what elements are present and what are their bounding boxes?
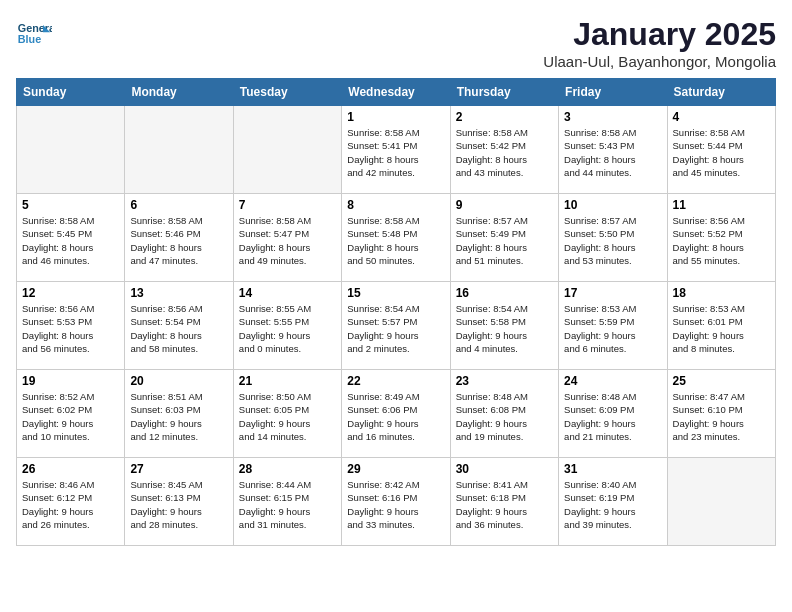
day-detail: Sunrise: 8:54 AM Sunset: 5:57 PM Dayligh…: [347, 302, 444, 355]
day-detail: Sunrise: 8:45 AM Sunset: 6:13 PM Dayligh…: [130, 478, 227, 531]
day-detail: Sunrise: 8:40 AM Sunset: 6:19 PM Dayligh…: [564, 478, 661, 531]
day-detail: Sunrise: 8:56 AM Sunset: 5:52 PM Dayligh…: [673, 214, 770, 267]
day-detail: Sunrise: 8:49 AM Sunset: 6:06 PM Dayligh…: [347, 390, 444, 443]
day-detail: Sunrise: 8:47 AM Sunset: 6:10 PM Dayligh…: [673, 390, 770, 443]
day-number: 30: [456, 462, 553, 476]
calendar-cell: 17Sunrise: 8:53 AM Sunset: 5:59 PM Dayli…: [559, 282, 667, 370]
day-header-thursday: Thursday: [450, 79, 558, 106]
day-number: 14: [239, 286, 336, 300]
day-number: 29: [347, 462, 444, 476]
calendar-cell: 23Sunrise: 8:48 AM Sunset: 6:08 PM Dayli…: [450, 370, 558, 458]
day-number: 6: [130, 198, 227, 212]
calendar-cell: 18Sunrise: 8:53 AM Sunset: 6:01 PM Dayli…: [667, 282, 775, 370]
calendar-cell: 19Sunrise: 8:52 AM Sunset: 6:02 PM Dayli…: [17, 370, 125, 458]
week-row-1: 1Sunrise: 8:58 AM Sunset: 5:41 PM Daylig…: [17, 106, 776, 194]
day-number: 9: [456, 198, 553, 212]
day-number: 22: [347, 374, 444, 388]
day-number: 12: [22, 286, 119, 300]
day-number: 2: [456, 110, 553, 124]
day-detail: Sunrise: 8:56 AM Sunset: 5:53 PM Dayligh…: [22, 302, 119, 355]
calendar-cell: 29Sunrise: 8:42 AM Sunset: 6:16 PM Dayli…: [342, 458, 450, 546]
calendar-title: January 2025: [543, 16, 776, 53]
day-number: 13: [130, 286, 227, 300]
calendar-subtitle: Ulaan-Uul, Bayanhongor, Mongolia: [543, 53, 776, 70]
day-detail: Sunrise: 8:58 AM Sunset: 5:42 PM Dayligh…: [456, 126, 553, 179]
day-detail: Sunrise: 8:57 AM Sunset: 5:49 PM Dayligh…: [456, 214, 553, 267]
day-number: 3: [564, 110, 661, 124]
week-row-2: 5Sunrise: 8:58 AM Sunset: 5:45 PM Daylig…: [17, 194, 776, 282]
calendar-cell: 5Sunrise: 8:58 AM Sunset: 5:45 PM Daylig…: [17, 194, 125, 282]
day-detail: Sunrise: 8:48 AM Sunset: 6:09 PM Dayligh…: [564, 390, 661, 443]
day-number: 10: [564, 198, 661, 212]
day-number: 7: [239, 198, 336, 212]
calendar-cell: 25Sunrise: 8:47 AM Sunset: 6:10 PM Dayli…: [667, 370, 775, 458]
day-number: 17: [564, 286, 661, 300]
calendar-cell: 30Sunrise: 8:41 AM Sunset: 6:18 PM Dayli…: [450, 458, 558, 546]
calendar-cell: 14Sunrise: 8:55 AM Sunset: 5:55 PM Dayli…: [233, 282, 341, 370]
day-detail: Sunrise: 8:53 AM Sunset: 6:01 PM Dayligh…: [673, 302, 770, 355]
calendar-cell: 8Sunrise: 8:58 AM Sunset: 5:48 PM Daylig…: [342, 194, 450, 282]
calendar-cell: 26Sunrise: 8:46 AM Sunset: 6:12 PM Dayli…: [17, 458, 125, 546]
day-detail: Sunrise: 8:51 AM Sunset: 6:03 PM Dayligh…: [130, 390, 227, 443]
page-header: General Blue January 2025 Ulaan-Uul, Bay…: [16, 16, 776, 70]
calendar-cell: 10Sunrise: 8:57 AM Sunset: 5:50 PM Dayli…: [559, 194, 667, 282]
calendar-cell: 27Sunrise: 8:45 AM Sunset: 6:13 PM Dayli…: [125, 458, 233, 546]
day-detail: Sunrise: 8:58 AM Sunset: 5:43 PM Dayligh…: [564, 126, 661, 179]
day-number: 24: [564, 374, 661, 388]
day-header-sunday: Sunday: [17, 79, 125, 106]
week-row-4: 19Sunrise: 8:52 AM Sunset: 6:02 PM Dayli…: [17, 370, 776, 458]
week-row-5: 26Sunrise: 8:46 AM Sunset: 6:12 PM Dayli…: [17, 458, 776, 546]
calendar-cell: 12Sunrise: 8:56 AM Sunset: 5:53 PM Dayli…: [17, 282, 125, 370]
day-header-saturday: Saturday: [667, 79, 775, 106]
day-header-wednesday: Wednesday: [342, 79, 450, 106]
calendar-cell: 28Sunrise: 8:44 AM Sunset: 6:15 PM Dayli…: [233, 458, 341, 546]
day-detail: Sunrise: 8:58 AM Sunset: 5:44 PM Dayligh…: [673, 126, 770, 179]
day-number: 8: [347, 198, 444, 212]
day-detail: Sunrise: 8:48 AM Sunset: 6:08 PM Dayligh…: [456, 390, 553, 443]
logo: General Blue: [16, 16, 52, 52]
calendar-cell: 31Sunrise: 8:40 AM Sunset: 6:19 PM Dayli…: [559, 458, 667, 546]
calendar-cell: 7Sunrise: 8:58 AM Sunset: 5:47 PM Daylig…: [233, 194, 341, 282]
day-detail: Sunrise: 8:58 AM Sunset: 5:48 PM Dayligh…: [347, 214, 444, 267]
day-number: 19: [22, 374, 119, 388]
day-number: 31: [564, 462, 661, 476]
day-detail: Sunrise: 8:54 AM Sunset: 5:58 PM Dayligh…: [456, 302, 553, 355]
calendar-cell: 16Sunrise: 8:54 AM Sunset: 5:58 PM Dayli…: [450, 282, 558, 370]
day-header-tuesday: Tuesday: [233, 79, 341, 106]
day-number: 15: [347, 286, 444, 300]
day-number: 26: [22, 462, 119, 476]
calendar-cell: 11Sunrise: 8:56 AM Sunset: 5:52 PM Dayli…: [667, 194, 775, 282]
day-number: 4: [673, 110, 770, 124]
day-detail: Sunrise: 8:57 AM Sunset: 5:50 PM Dayligh…: [564, 214, 661, 267]
day-number: 27: [130, 462, 227, 476]
calendar-cell: [233, 106, 341, 194]
calendar-cell: 4Sunrise: 8:58 AM Sunset: 5:44 PM Daylig…: [667, 106, 775, 194]
calendar-cell: 2Sunrise: 8:58 AM Sunset: 5:42 PM Daylig…: [450, 106, 558, 194]
calendar-cell: [125, 106, 233, 194]
calendar-cell: [17, 106, 125, 194]
calendar-cell: 15Sunrise: 8:54 AM Sunset: 5:57 PM Dayli…: [342, 282, 450, 370]
day-number: 20: [130, 374, 227, 388]
days-header-row: SundayMondayTuesdayWednesdayThursdayFrid…: [17, 79, 776, 106]
calendar-cell: 1Sunrise: 8:58 AM Sunset: 5:41 PM Daylig…: [342, 106, 450, 194]
day-detail: Sunrise: 8:58 AM Sunset: 5:41 PM Dayligh…: [347, 126, 444, 179]
day-number: 21: [239, 374, 336, 388]
calendar-cell: [667, 458, 775, 546]
day-detail: Sunrise: 8:55 AM Sunset: 5:55 PM Dayligh…: [239, 302, 336, 355]
day-number: 25: [673, 374, 770, 388]
day-detail: Sunrise: 8:41 AM Sunset: 6:18 PM Dayligh…: [456, 478, 553, 531]
day-detail: Sunrise: 8:44 AM Sunset: 6:15 PM Dayligh…: [239, 478, 336, 531]
day-number: 5: [22, 198, 119, 212]
title-block: January 2025 Ulaan-Uul, Bayanhongor, Mon…: [543, 16, 776, 70]
day-detail: Sunrise: 8:50 AM Sunset: 6:05 PM Dayligh…: [239, 390, 336, 443]
day-number: 11: [673, 198, 770, 212]
day-detail: Sunrise: 8:42 AM Sunset: 6:16 PM Dayligh…: [347, 478, 444, 531]
day-detail: Sunrise: 8:58 AM Sunset: 5:46 PM Dayligh…: [130, 214, 227, 267]
day-detail: Sunrise: 8:58 AM Sunset: 5:45 PM Dayligh…: [22, 214, 119, 267]
calendar-cell: 21Sunrise: 8:50 AM Sunset: 6:05 PM Dayli…: [233, 370, 341, 458]
day-number: 16: [456, 286, 553, 300]
day-number: 18: [673, 286, 770, 300]
day-detail: Sunrise: 8:58 AM Sunset: 5:47 PM Dayligh…: [239, 214, 336, 267]
svg-text:Blue: Blue: [18, 33, 41, 45]
day-detail: Sunrise: 8:46 AM Sunset: 6:12 PM Dayligh…: [22, 478, 119, 531]
